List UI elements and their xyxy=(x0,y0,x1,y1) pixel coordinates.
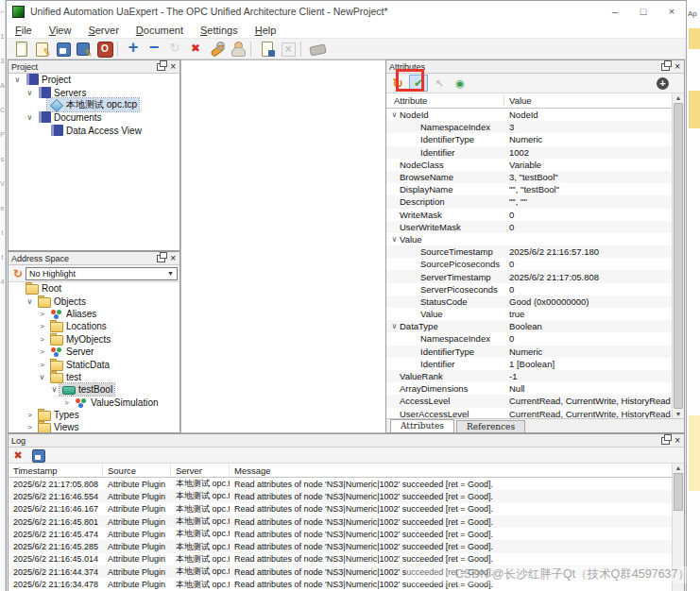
close-panel-icon[interactable]: × xyxy=(170,255,176,262)
float-panel-icon[interactable] xyxy=(661,63,670,71)
float-panel-icon[interactable] xyxy=(157,255,165,262)
tree-item[interactable]: > ValueSimulation xyxy=(9,397,179,409)
expand-arrow-icon[interactable]: ∨ xyxy=(25,297,35,306)
tree-item[interactable]: > Server xyxy=(9,346,179,358)
attribute-row[interactable]: SourcePicoseconds 0 xyxy=(386,258,672,270)
attribute-row[interactable]: SourceTimestamp 2025/6/2 21:16:57.180 xyxy=(386,245,672,258)
attribute-row[interactable]: NamespaceIndex 3 xyxy=(386,121,672,133)
toolbar-button[interactable] xyxy=(94,40,114,59)
tree-item[interactable]: > Types xyxy=(9,409,179,421)
attribute-row[interactable]: NamespaceIndex 0 xyxy=(386,332,672,345)
expand-arrow-icon[interactable]: > xyxy=(61,398,72,407)
tree-item[interactable]: ∨ Project xyxy=(9,74,179,86)
menu-item[interactable]: Settings xyxy=(192,25,247,36)
source-column-header[interactable]: Source xyxy=(103,464,171,477)
attribute-row[interactable]: ServerTimestamp 2025/6/2 21:17:05.808 xyxy=(386,270,672,282)
refresh-address-space-icon[interactable]: ↻ xyxy=(10,267,26,280)
menu-item[interactable]: Server xyxy=(79,25,127,36)
attribute-row[interactable]: AccessLevel CurrentRead, CurrentWrite, H… xyxy=(386,395,672,407)
toolbar-button[interactable] xyxy=(227,40,248,59)
highlight-filter-select[interactable]: No Highlight ▼ xyxy=(26,267,178,280)
expand-arrow-icon[interactable]: > xyxy=(37,335,47,344)
log-row[interactable]: 2025/6/2 21:16:46.167 Attribute Plugin 本… xyxy=(9,503,672,515)
tree-item[interactable]: ∨ Objects xyxy=(9,295,179,307)
message-column-header[interactable]: Message xyxy=(230,464,672,477)
tree-item[interactable]: > Locations xyxy=(9,320,179,332)
expand-arrow-icon[interactable]: ∨ xyxy=(12,76,23,84)
attribute-row[interactable]: IdentifierType Numeric xyxy=(386,133,672,145)
close-panel-icon[interactable]: × xyxy=(170,63,176,71)
toolbar-button[interactable] xyxy=(52,40,73,59)
attribute-row[interactable]: Identifier 1 [Boolean] xyxy=(386,358,672,370)
menu-item[interactable]: Document xyxy=(128,25,192,36)
tree-item[interactable]: > Views xyxy=(9,421,179,432)
expand-arrow-icon[interactable]: > xyxy=(25,423,35,431)
toolbar-button[interactable] xyxy=(73,40,94,59)
scroll-down-icon[interactable]: ▼ xyxy=(673,411,684,417)
menu-item[interactable]: View xyxy=(41,25,80,36)
tree-item[interactable]: ∨ testBool xyxy=(9,383,179,396)
toolbar-button[interactable] xyxy=(10,40,31,59)
tree-item[interactable]: > MyObjects xyxy=(9,333,179,346)
toolbar-button[interactable] xyxy=(256,40,277,59)
float-panel-icon[interactable] xyxy=(661,437,670,445)
close-panel-icon[interactable]: × xyxy=(674,63,680,71)
menu-item[interactable]: Help xyxy=(247,25,285,36)
attribute-row[interactable]: Value true xyxy=(386,308,672,320)
attribute-row[interactable]: ∨Value xyxy=(386,233,672,245)
scrollbar-thumb[interactable] xyxy=(674,473,683,511)
toolbar-button[interactable] xyxy=(206,40,227,59)
value-column-header[interactable]: Value xyxy=(504,95,672,106)
log-row[interactable]: 2025/6/2 21:16:45.285 Attribute Plugin 本… xyxy=(9,540,672,552)
tab-attributes[interactable]: Attributes xyxy=(390,419,454,432)
scrollbar-thumb[interactable] xyxy=(674,103,683,409)
expand-arrow-icon[interactable]: > xyxy=(37,347,47,356)
server-column-header[interactable]: Server xyxy=(171,464,230,477)
attribute-row[interactable]: UserAccessLevel CurrentRead, CurrentWrit… xyxy=(386,408,672,419)
attribute-row[interactable]: ValueRank -1 xyxy=(386,370,672,382)
save-log-icon[interactable] xyxy=(30,447,45,463)
toolbar-button[interactable] xyxy=(164,40,185,59)
attribute-row[interactable]: UserWriteMask 0 xyxy=(386,221,672,233)
tree-item[interactable]: ∨ test xyxy=(9,371,179,383)
toolbar-button[interactable] xyxy=(277,40,298,59)
tree-item[interactable]: Root xyxy=(9,282,179,295)
tree-item[interactable]: 本地测试 opc.tcp xyxy=(9,99,179,111)
attribute-row[interactable]: IdentifierType Numeric xyxy=(386,346,672,358)
attribute-row[interactable]: Identifier 1002 xyxy=(386,146,672,159)
expand-arrow-icon[interactable]: > xyxy=(37,322,47,330)
attributes-toolbar-button[interactable] xyxy=(451,75,470,92)
expand-arrow-icon[interactable]: ∨ xyxy=(25,113,35,122)
attributes-toolbar-button[interactable] xyxy=(430,75,449,92)
attribute-row[interactable]: WriteMask 0 xyxy=(386,209,672,221)
toolbar-button[interactable] xyxy=(185,40,206,59)
attribute-row[interactable]: ∨DataType Boolean xyxy=(386,320,672,332)
attribute-row[interactable]: DisplayName "", "testBool" xyxy=(386,183,672,195)
float-panel-icon[interactable] xyxy=(157,63,165,71)
close-panel-icon[interactable]: × xyxy=(674,437,680,445)
log-row[interactable]: 2025/6/2 21:16:46.554 Attribute Plugin 本… xyxy=(9,490,672,502)
expand-arrow-icon[interactable]: > xyxy=(37,310,47,318)
attribute-row[interactable]: Description "", "" xyxy=(386,195,672,208)
expand-arrow-icon[interactable]: ∨ xyxy=(389,110,400,119)
toolbar-button[interactable] xyxy=(123,40,144,59)
expand-arrow-icon[interactable]: ∨ xyxy=(389,322,400,330)
attribute-row[interactable]: ArrayDimensions Null xyxy=(386,382,672,395)
clear-log-icon[interactable] xyxy=(11,448,25,462)
attribute-row[interactable]: StatusCode Good (0x00000000) xyxy=(386,296,672,308)
expand-arrow-icon[interactable]: > xyxy=(25,411,35,419)
window-control-button[interactable]: × xyxy=(657,1,686,22)
add-attribute-button[interactable]: + xyxy=(657,77,669,90)
timestamp-column-header[interactable]: Timestamp xyxy=(9,464,103,477)
scroll-up-icon[interactable]: ▲ xyxy=(673,94,684,101)
window-control-button[interactable]: □ xyxy=(629,1,657,22)
tree-item[interactable]: ∨ Documents xyxy=(9,111,179,124)
menu-item[interactable]: File xyxy=(7,25,41,36)
log-row[interactable]: 2025/6/2 21:17:05.808 Attribute Plugin 本… xyxy=(9,478,672,490)
tab-references[interactable]: References xyxy=(456,420,525,432)
tree-item[interactable]: > Aliases xyxy=(9,308,179,320)
toolbar-button[interactable] xyxy=(306,40,327,59)
attributes-scrollbar[interactable]: ▲ ▼ xyxy=(672,93,684,418)
attribute-column-header[interactable]: Attribute xyxy=(386,95,504,106)
scroll-up-icon[interactable]: ▲ xyxy=(673,464,684,471)
